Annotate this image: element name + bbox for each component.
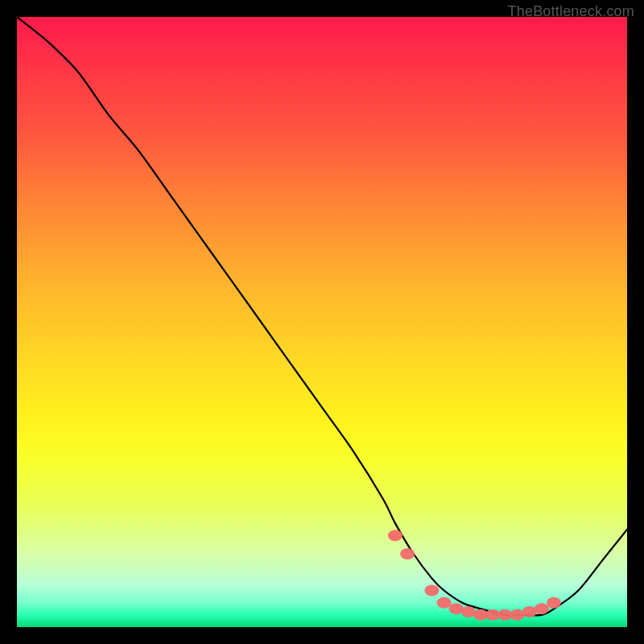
highlight-dot: [400, 548, 415, 559]
chart-svg: [17, 17, 627, 627]
highlight-dot: [437, 597, 452, 609]
highlight-dot: [424, 585, 439, 597]
bottleneck-curve-line: [17, 17, 627, 615]
watermark-text: TheBottleneck.com: [508, 3, 634, 20]
highlight-dot: [461, 606, 476, 617]
chart-plot-area: [17, 17, 627, 627]
highlight-dot: [547, 597, 561, 609]
highlight-dot: [535, 603, 549, 614]
highlight-dot: [388, 530, 402, 541]
highlight-dot: [522, 606, 537, 617]
